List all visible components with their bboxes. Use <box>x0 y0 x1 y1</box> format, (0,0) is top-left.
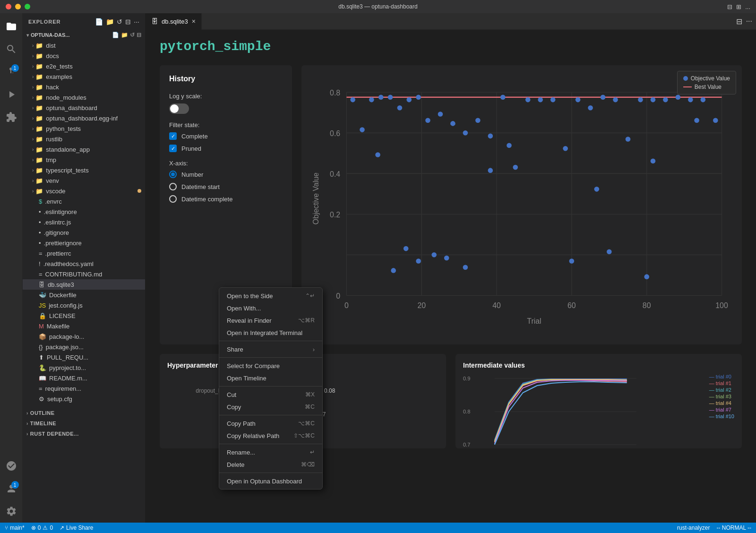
radio-datetime-start-btn[interactable] <box>169 183 177 190</box>
tree-item-standalone-app[interactable]: ›📁standalone_app <box>23 144 145 155</box>
timeline-section-header[interactable]: › TIMELINE <box>23 418 145 429</box>
more-icon[interactable]: ··· <box>134 18 139 26</box>
menu-copy-relative-path[interactable]: Copy Relative Path ⇧⌥⌘C <box>219 430 322 442</box>
checkbox-complete[interactable]: ✓ Complete <box>169 132 283 140</box>
menu-open-timeline[interactable]: Open Timeline <box>219 372 322 384</box>
tree-item-pyproject[interactable]: 🐍pyproject.to... <box>23 362 145 373</box>
menu-rename[interactable]: Rename... ↵ <box>219 446 322 458</box>
activity-search[interactable] <box>0 38 23 60</box>
menu-copy[interactable]: Copy ⌘C <box>219 401 322 413</box>
tree-item-dist[interactable]: ›📁dist <box>23 40 145 51</box>
tree-item-package-json[interactable]: {}package.jso... <box>23 342 145 352</box>
new-file-icon[interactable]: 📄 <box>95 18 103 26</box>
status-branch[interactable]: ⑂ main* <box>5 524 25 531</box>
activity-settings[interactable] <box>0 500 23 523</box>
tree-item-eslintrc-js[interactable]: •.eslintrc.js <box>23 217 145 227</box>
outline-section-header[interactable]: › OUTLINE <box>23 408 145 418</box>
tree-item-jest-config[interactable]: JSjest.config.js <box>23 300 145 310</box>
tree-item-typescript-tests[interactable]: ›📁typescript_tests <box>23 165 145 175</box>
log-y-scale-toggle[interactable] <box>169 103 189 114</box>
menu-open-to-side[interactable]: Open to the Side ⌃↵ <box>219 290 322 302</box>
editor-layout-icon[interactable]: ⊞ <box>736 3 741 10</box>
tab-close-icon[interactable]: × <box>192 17 196 25</box>
window-controls[interactable] <box>6 4 30 9</box>
activity-extensions[interactable] <box>0 106 23 129</box>
radio-datetime-complete[interactable]: Datetime complete <box>169 195 283 203</box>
tree-root[interactable]: ▾ OPTUNA-DAS... 📄 📁 ↺ ⊟ <box>23 30 145 40</box>
svg-point-29 <box>378 95 384 100</box>
rust-section-header[interactable]: › RUST DEPENDE... <box>23 429 145 439</box>
menu-open-with[interactable]: Open With... <box>219 302 322 314</box>
tree-item-python-tests[interactable]: ›📁python_tests <box>23 123 145 134</box>
radio-datetime-complete-btn[interactable] <box>169 195 177 203</box>
tree-item-readme[interactable]: 📖README.m... <box>23 373 145 383</box>
status-mode[interactable]: -- NORMAL -- <box>716 524 751 531</box>
tree-item-setup-cfg[interactable]: ⚙setup.cfg <box>23 394 145 404</box>
status-errors[interactable]: ⊗ 0 ⚠ 0 <box>31 524 53 531</box>
minimize-button[interactable] <box>15 4 21 9</box>
tree-item-hack[interactable]: ›📁hack <box>23 82 145 92</box>
tree-item-makefile[interactable]: MMakefile <box>23 321 145 331</box>
split-icon[interactable]: ⊟ <box>736 17 742 26</box>
activity-explorer[interactable] <box>0 15 23 38</box>
tree-item-examples[interactable]: ›📁examples <box>23 71 145 82</box>
root-icon-2[interactable]: 📁 <box>121 32 128 38</box>
tree-item-requirements[interactable]: =requiremen... <box>23 383 145 394</box>
tree-item-prettierignore[interactable]: •.prettierignore <box>23 238 145 248</box>
tree-item-venv[interactable]: ›📁venv <box>23 175 145 186</box>
tree-item-node-modules[interactable]: ›📁node_modules <box>23 92 145 103</box>
menu-delete[interactable]: Delete ⌘⌫ <box>219 458 322 471</box>
tree-item-gitignore[interactable]: •.gitignore <box>23 227 145 238</box>
tree-item-vscode[interactable]: ›📁vscode <box>23 186 145 196</box>
checkbox-pruned[interactable]: ✓ Pruned <box>169 145 283 152</box>
menu-open-optuna[interactable]: Open in Optuna Dashboard <box>219 475 322 487</box>
checkbox-pruned-box[interactable]: ✓ <box>169 145 177 152</box>
tree-item-license[interactable]: 🔒LICENSE <box>23 310 145 321</box>
root-icon-3[interactable]: ↺ <box>130 32 135 38</box>
menu-select-compare[interactable]: Select for Compare <box>219 360 322 372</box>
tree-item-readthedocs[interactable]: !.readthedocs.yaml <box>23 258 145 269</box>
status-live-share[interactable]: ↗ Live Share <box>60 524 93 531</box>
tree-item-contributing[interactable]: =CONTRIBUTING.md <box>23 269 145 279</box>
tree-item-prettierrc[interactable]: =.prettierrc <box>23 248 145 258</box>
menu-copy-path[interactable]: Copy Path ⌥⌘C <box>219 417 322 430</box>
tree-item-envrc[interactable]: $.envrc <box>23 196 145 206</box>
tree-item-optuna-egg[interactable]: ›📁optuna_dashboard.egg-inf <box>23 113 145 123</box>
root-icon-1[interactable]: 📄 <box>112 32 119 38</box>
collapse-icon[interactable]: ⊟ <box>125 18 131 26</box>
split-editor-icon[interactable]: ⊟ <box>727 3 732 10</box>
tree-item-package-lock[interactable]: 📦package-lo... <box>23 331 145 342</box>
tree-item-rustlib[interactable]: ›📁rustlib <box>23 134 145 144</box>
activity-remote[interactable] <box>0 455 23 477</box>
error-count: 0 <box>38 524 41 531</box>
more-actions-icon[interactable]: ... <box>745 3 750 10</box>
tree-item-e2e-tests[interactable]: ›📁e2e_tests <box>23 61 145 71</box>
tree-item-optuna-dashboard[interactable]: ›📁optuna_dashboard <box>23 103 145 113</box>
tree-item-eslintignore[interactable]: •.eslintignore <box>23 206 145 217</box>
status-language[interactable]: rust-analyzer <box>677 524 710 531</box>
tree-item-dockerfile[interactable]: 🐳Dockerfile <box>23 290 145 300</box>
tree-item-db-sqlite3[interactable]: 🗄db.sqlite3 <box>23 279 145 290</box>
menu-cut[interactable]: Cut ⌘X <box>219 388 322 401</box>
menu-share[interactable]: Share › <box>219 343 322 355</box>
tree-item-tmp[interactable]: ›📁tmp <box>23 155 145 165</box>
radio-datetime-start[interactable]: Datetime start <box>169 183 283 190</box>
new-folder-icon[interactable]: 📁 <box>106 18 114 26</box>
tree-item-docs[interactable]: ›📁docs <box>23 51 145 61</box>
close-button[interactable] <box>6 4 11 9</box>
menu-open-terminal[interactable]: Open in Integrated Terminal <box>219 327 322 339</box>
root-icon-4[interactable]: ⊟ <box>137 32 141 38</box>
activity-run[interactable] <box>0 83 23 106</box>
refresh-icon[interactable]: ↺ <box>117 18 122 26</box>
sidebar-header-icons[interactable]: 📄 📁 ↺ ⊟ ··· <box>95 18 139 26</box>
activity-source-control[interactable]: 1 <box>0 60 23 83</box>
maximize-button[interactable] <box>25 4 30 9</box>
menu-reveal-finder[interactable]: Reveal in Finder ⌥⌘R <box>219 314 322 327</box>
more-tabs-icon[interactable]: ··· <box>746 17 752 26</box>
tab-db-sqlite3[interactable]: 🗄 db.sqlite3 × <box>146 13 202 30</box>
activity-accounts[interactable]: 1 <box>0 477 23 500</box>
tree-item-pull-request[interactable]: ⬆PULL_REQU... <box>23 352 145 362</box>
radio-number-btn[interactable] <box>169 171 177 178</box>
radio-number[interactable]: Number <box>169 171 283 178</box>
checkbox-complete-box[interactable]: ✓ <box>169 132 177 140</box>
